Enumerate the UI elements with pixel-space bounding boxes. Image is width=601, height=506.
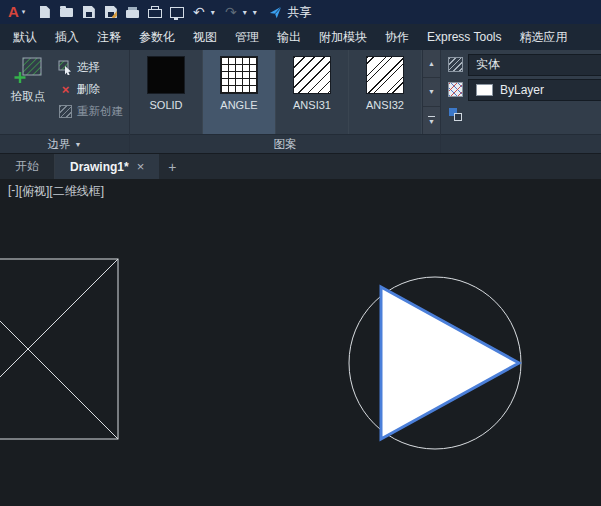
color-swatch xyxy=(476,84,493,96)
square-shape[interactable] xyxy=(0,259,118,439)
autocad-logo-icon: A xyxy=(8,0,19,24)
viewport-view-control[interactable]: [俯视] xyxy=(19,183,50,200)
new-tab-button[interactable]: + xyxy=(159,154,185,179)
drawing-tab-label: Drawing1* xyxy=(70,160,129,174)
model-space[interactable] xyxy=(0,179,601,506)
pick-points-label: 拾取点 xyxy=(11,90,46,103)
triangle-hatch[interactable] xyxy=(381,287,519,439)
recreate-button[interactable]: 重新创建 xyxy=(56,101,125,121)
pattern-label: ANSI31 xyxy=(293,99,331,111)
ribbon-tab-8[interactable]: 附加模块 xyxy=(310,24,376,50)
boundary-panel-content: 拾取点 选择 × xyxy=(0,50,129,134)
ribbon-tab-9[interactable]: 协作 xyxy=(376,24,418,50)
share-button[interactable]: 共享 xyxy=(269,4,311,21)
recreate-label: 重新创建 xyxy=(77,104,123,119)
square-diagonal-2[interactable] xyxy=(0,259,118,439)
properties-panel: 实体 ByLayer xyxy=(440,50,601,153)
viewport-visual-style-control[interactable]: [二维线框] xyxy=(49,183,104,200)
redo-dropdown-icon[interactable]: ▾ xyxy=(240,4,249,21)
new-file-icon[interactable] xyxy=(36,4,53,21)
ribbon-tab-5[interactable]: 视图 xyxy=(184,24,226,50)
ribbon-tab-6[interactable]: 管理 xyxy=(226,24,268,50)
ribbon-tab-3[interactable]: 注释 xyxy=(88,24,130,50)
file-tab-start[interactable]: 开始 xyxy=(0,154,55,179)
ribbon-tab-7[interactable]: 输出 xyxy=(268,24,310,50)
hatch-type-value: 实体 xyxy=(476,56,500,73)
start-tab-label: 开始 xyxy=(15,158,39,175)
properties-panel-footer xyxy=(441,134,601,153)
pattern-image-ansi32 xyxy=(366,56,404,94)
hatch-layer-icon[interactable] xyxy=(447,108,463,121)
pattern-image-angle xyxy=(220,56,258,94)
save-icon[interactable] xyxy=(80,4,97,21)
ribbon-tab-1[interactable]: 默认 xyxy=(4,24,46,50)
delete-label: 删除 xyxy=(77,82,100,97)
file-tab-drawing1[interactable]: Drawing1* × xyxy=(55,154,159,179)
pick-points-button[interactable]: 拾取点 xyxy=(5,53,51,134)
hatch-color-row: ByLayer xyxy=(447,79,601,100)
hatch-type-dropdown[interactable]: 实体 xyxy=(468,54,601,76)
pattern-panel-content: SOLIDANGLEANSI31ANSI32 ▲ ▼ ▼ xyxy=(130,50,440,134)
ribbon-tab-bar: 默认插入注释参数化视图管理输出附加模块协作Express Tools精选应用 xyxy=(0,24,601,50)
viewport-controls: [-] [俯视] [二维线框] xyxy=(8,183,104,200)
ribbon-tab-10[interactable]: Express Tools xyxy=(418,24,510,50)
boundary-panel: 拾取点 选择 × xyxy=(0,50,129,153)
pattern-panel-footer[interactable]: 图案 xyxy=(130,134,440,153)
delete-button[interactable]: × 删除 xyxy=(56,79,125,99)
app-menu-button[interactable]: A ▾ xyxy=(8,0,25,24)
properties-panel-content: 实体 ByLayer xyxy=(441,50,601,134)
pattern-label: ANGLE xyxy=(220,99,257,111)
pattern-swatch-solid[interactable]: SOLID xyxy=(130,50,203,134)
pattern-image-solid xyxy=(147,56,185,94)
save-as-icon[interactable] xyxy=(102,4,119,21)
pattern-label: ANSI32 xyxy=(366,99,404,111)
pattern-gallery: SOLIDANGLEANSI31ANSI32 xyxy=(130,50,422,134)
gallery-scroll-up-button[interactable]: ▲ xyxy=(423,50,440,78)
close-tab-icon[interactable]: × xyxy=(137,159,145,174)
hatch-color-value: ByLayer xyxy=(500,83,544,97)
gallery-expand-button[interactable]: ▼ xyxy=(423,107,440,134)
select-label: 选择 xyxy=(77,60,100,75)
app-menu-caret-icon: ▾ xyxy=(22,8,26,16)
ribbon-tab-4[interactable]: 参数化 xyxy=(130,24,184,50)
ribbon-tab-2[interactable]: 插入 xyxy=(46,24,88,50)
boundary-panel-footer[interactable]: 边界 ▼ xyxy=(0,134,129,153)
undo-icon[interactable]: ↶ xyxy=(190,4,207,21)
pattern-swatch-ansi32[interactable]: ANSI32 xyxy=(349,50,422,134)
pick-points-icon xyxy=(13,56,43,86)
boundary-small-buttons: 选择 × 删除 重新创建 xyxy=(56,53,125,134)
toolbar-overflow-icon[interactable]: ▾ xyxy=(250,4,259,21)
hatch-type-icon xyxy=(447,57,463,72)
display-settings-icon[interactable] xyxy=(168,4,185,21)
pattern-swatch-ansi31[interactable]: ANSI31 xyxy=(276,50,349,134)
square-diagonal-1[interactable] xyxy=(0,259,118,439)
print-icon[interactable] xyxy=(124,4,141,21)
gallery-scroll-down-button[interactable]: ▼ xyxy=(423,78,440,106)
autocad-window: A ▾ ↶▾↷▾▾ 共享 默认插入注释参数化视图管理输出附加模块协作Expres… xyxy=(0,0,601,506)
open-folder-icon[interactable] xyxy=(58,4,75,21)
hatch-layer-row xyxy=(447,104,601,125)
panel-expand-caret-icon: ▼ xyxy=(75,141,82,148)
pattern-panel: SOLIDANGLEANSI31ANSI32 ▲ ▼ ▼ 图案 xyxy=(129,50,440,153)
titlebar: A ▾ ↶▾↷▾▾ 共享 xyxy=(0,0,601,24)
viewport-minimize-control[interactable]: [-] xyxy=(8,183,19,200)
hatch-color-icon xyxy=(447,82,463,97)
pattern-gallery-scroll: ▲ ▼ ▼ xyxy=(422,50,440,134)
boundary-panel-title: 边界 xyxy=(48,137,71,152)
redo-icon[interactable]: ↷ xyxy=(222,4,239,21)
file-tab-bar: 开始 Drawing1* × + xyxy=(0,153,601,179)
share-label: 共享 xyxy=(287,4,311,21)
ribbon-tab-11[interactable]: 精选应用 xyxy=(510,24,576,50)
undo-dropdown-icon[interactable]: ▾ xyxy=(208,4,217,21)
hatch-type-row: 实体 xyxy=(447,54,601,75)
recreate-boundary-icon xyxy=(58,104,73,119)
ribbon: 拾取点 选择 × xyxy=(0,50,601,153)
select-button[interactable]: 选择 xyxy=(56,57,125,77)
plot-icon[interactable] xyxy=(146,4,163,21)
pattern-panel-title: 图案 xyxy=(274,137,297,152)
pattern-image-ansi31 xyxy=(293,56,331,94)
drawing-area[interactable]: [-] [俯视] [二维线框] xyxy=(0,179,601,506)
select-boundary-icon xyxy=(58,60,73,75)
pattern-swatch-angle[interactable]: ANGLE xyxy=(203,50,276,134)
hatch-color-dropdown[interactable]: ByLayer xyxy=(468,79,601,101)
